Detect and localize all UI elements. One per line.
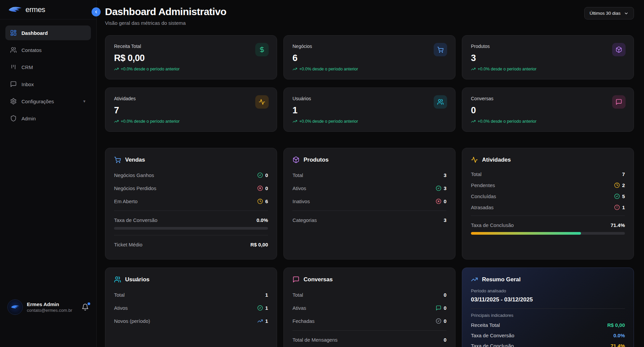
alert-circle-icon <box>614 205 620 210</box>
chevron-left-icon <box>94 10 98 14</box>
divider <box>471 216 625 216</box>
completion-progress-fill <box>471 232 581 235</box>
trending-up-icon <box>114 67 119 71</box>
divider <box>292 211 446 211</box>
metric-row: Em Aberto 6 <box>114 195 268 208</box>
period-value: 03/11/2025 - 03/12/2025 <box>471 296 625 303</box>
user-profile[interactable]: Ermes Admin contato@ermes.com.br <box>0 292 96 347</box>
trending-up-icon <box>292 119 297 124</box>
logo: ermes <box>0 0 96 19</box>
sidebar-item-contatos[interactable]: Contatos <box>5 43 91 57</box>
stat-card-conversas: Conversas 0 +0.0% desde o período anteri… <box>462 88 634 132</box>
indicator-row: Receita Total R$ 0,00 <box>471 320 625 330</box>
divider <box>114 211 268 211</box>
shield-icon <box>10 115 17 122</box>
notifications-button[interactable] <box>82 303 89 311</box>
metric-row: Total 3 <box>292 169 446 182</box>
metric-row: Inativos 0 <box>292 195 446 208</box>
card-title: Vendas <box>125 157 145 163</box>
stat-label: Negócios <box>292 44 446 49</box>
metric-row: Novos (período) 1 <box>114 314 268 328</box>
divider <box>292 330 446 331</box>
row-spacer <box>105 136 634 140</box>
check-circle-icon <box>436 318 441 324</box>
metric-row: Ativas 0 <box>292 301 446 314</box>
stat-card-negocios: Negócios 6 +0.0% desde o período anterio… <box>283 35 455 79</box>
submenu-caret-icon: ▼ <box>83 99 86 103</box>
stat-card-produtos: Produtos 3 +0.0% desde o período anterio… <box>462 35 634 79</box>
stat-value: 1 <box>292 105 446 116</box>
stat-trend: +0.0% desde o período anterior <box>471 119 625 124</box>
sidebar-item-label: Admin <box>21 116 36 121</box>
divider <box>114 235 268 235</box>
trending-up-icon <box>114 119 119 124</box>
stat-trend: +0.0% desde o período anterior <box>292 119 446 124</box>
stat-trend: +0.0% desde o período anterior <box>292 67 446 71</box>
activity-icon <box>255 95 269 109</box>
metric-row: Categorias 3 <box>292 214 446 227</box>
period-select[interactable]: Últimos 30 dias <box>584 7 634 19</box>
conversion-progress-track <box>114 227 268 230</box>
trending-up-icon <box>471 67 476 71</box>
trending-up-icon <box>292 67 297 71</box>
stat-value: 6 <box>292 53 446 63</box>
message-square-icon <box>10 81 17 88</box>
check-circle-icon <box>257 305 263 311</box>
metric-row: Ativos 3 <box>292 182 446 195</box>
users-icon <box>114 276 121 283</box>
stat-value: R$ 0,00 <box>114 53 268 63</box>
notification-dot <box>88 302 90 305</box>
gear-icon <box>10 98 17 105</box>
stat-card-receita-total: Receita Total R$ 0,00 +0.0% desde o perí… <box>105 35 277 79</box>
message-icon <box>436 305 441 311</box>
sidebar-nav: Dashboard Contatos CRM Inbox Configuraçõ… <box>0 19 96 132</box>
stat-value: 0 <box>471 105 625 116</box>
check-circle-icon <box>614 193 620 199</box>
trending-up-icon <box>471 276 478 283</box>
metric-row: Atrasadas 1 <box>471 202 625 213</box>
user-texts: Ermes Admin contato@ermes.com.br <box>27 301 72 313</box>
dashboard-grid-icon <box>10 30 17 36</box>
package-icon <box>292 156 300 163</box>
usuarios-card: Usuários Total 1 Ativos 1 Novos (período… <box>105 268 277 347</box>
trending-up-icon <box>471 119 476 124</box>
completion-row: Taxa de Conclusão 71.4% <box>471 219 625 229</box>
users-icon <box>434 95 447 109</box>
page-subtitle: Visão geral das métricas do sistema <box>105 20 226 26</box>
period-label: Período analisado <box>471 288 625 293</box>
produtos-card: Produtos Total 3 Ativos 3 Inativos 0 Cat… <box>283 148 455 259</box>
x-circle-icon <box>257 185 263 191</box>
sidebar-item-label: Contatos <box>21 47 42 53</box>
vendas-card: Vendas Negócios Ganhos 0 Negócios Perdid… <box>105 148 277 259</box>
stat-label: Usuários <box>292 96 446 101</box>
metric-row: Negócios Ganhos 0 <box>114 169 268 182</box>
completion-progress-track <box>471 232 625 235</box>
message-icon <box>612 95 626 109</box>
sidebar-item-label: CRM <box>21 64 33 70</box>
clock-icon <box>614 182 620 188</box>
sidebar-item-admin[interactable]: Admin <box>5 111 91 126</box>
metric-row: Ativos 1 <box>114 301 268 314</box>
card-title: Usuários <box>125 276 150 283</box>
stat-label: Produtos <box>471 44 625 49</box>
sidebar-collapse-button[interactable] <box>92 7 101 16</box>
message-icon <box>292 276 300 283</box>
atividades-card: Atividades Total 7 Pendentes 2 Concluída… <box>462 148 634 259</box>
logo-text: ermes <box>25 5 45 14</box>
metric-row: Total de Mensagens 0 <box>292 333 446 346</box>
ermes-wing-icon <box>8 6 22 13</box>
metric-row: Total 1 <box>114 288 268 301</box>
sidebar-item-dashboard[interactable]: Dashboard <box>5 25 91 40</box>
sidebar-item-inbox[interactable]: Inbox <box>5 77 91 92</box>
resumo-geral-card: Resumo Geral Período analisado 03/11/202… <box>462 268 634 347</box>
sidebar-item-crm[interactable]: CRM <box>5 60 91 74</box>
sidebar-item-label: Configurações <box>21 99 54 104</box>
x-circle-icon <box>436 198 441 204</box>
conversion-row: Taxa de Conversão 0.0% <box>114 214 268 224</box>
chevron-down-icon <box>624 11 629 16</box>
main-content: Dashboard Administrativo Visão geral das… <box>97 0 644 347</box>
sidebar-item-configuracoes[interactable]: Configurações ▼ <box>5 94 91 109</box>
users-icon <box>10 47 17 53</box>
cart-icon <box>114 156 121 163</box>
stat-value: 3 <box>471 53 625 63</box>
